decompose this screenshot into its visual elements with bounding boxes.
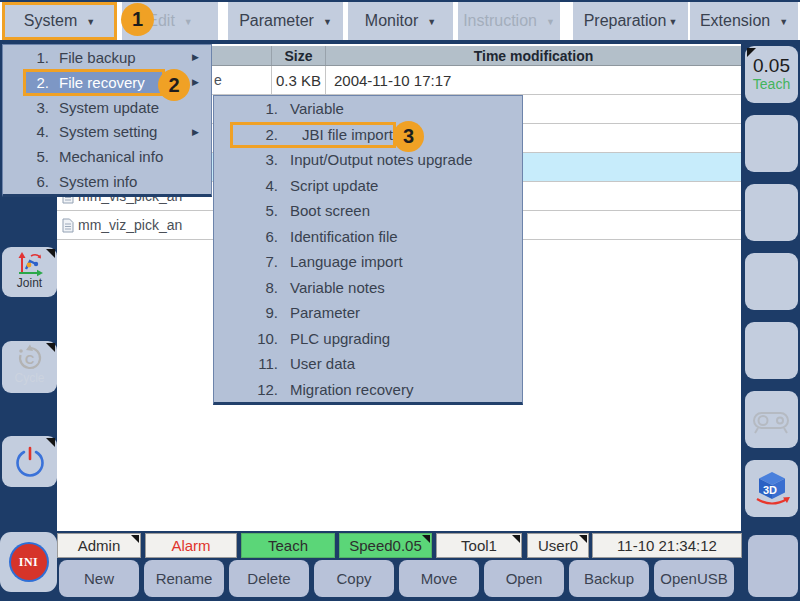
open-button[interactable]: Open (484, 560, 564, 597)
menu-instruction: Instruction ▼ (458, 2, 560, 40)
menu-system-label: System (24, 12, 77, 30)
user-coord-indicator[interactable]: User0 (527, 533, 589, 558)
3d-cube-icon: 3D (752, 469, 792, 509)
speed-mode-panel[interactable]: 0.05 Teach (745, 46, 798, 103)
menu-instruction-label: Instruction (463, 12, 537, 30)
submenu-item-jbi-file-import[interactable]: 2. JBI file import (214, 122, 522, 148)
teach-mode-label: Teach (753, 76, 790, 93)
submenu-item-parameter[interactable]: 9. Parameter (214, 300, 522, 326)
mode-indicator[interactable]: Teach (241, 533, 335, 558)
jbi-file-import-highlight: 2. JBI file import (230, 122, 396, 149)
clock-display: 11-10 21:34:12 (592, 533, 742, 558)
speed-indicator[interactable]: Speed0.05 (339, 533, 432, 558)
file-time: 2004-11-10 17:17 (326, 66, 741, 94)
openusb-button[interactable]: OpenUSB (654, 560, 734, 597)
menu-extension[interactable]: Extension ▼ (690, 2, 798, 40)
speed-value: 0.05 (753, 56, 790, 76)
step-badge-3: 3 (393, 121, 424, 152)
menu-preparation-label: Preparation (584, 12, 667, 30)
chevron-down-icon: ▼ (668, 17, 677, 27)
corner-marker-icon (422, 535, 430, 543)
menu-monitor[interactable]: Monitor ▼ (348, 2, 453, 40)
column-header-size[interactable]: Size (272, 46, 326, 65)
ini-button[interactable]: INI (0, 532, 57, 592)
menu-extension-label: Extension (700, 12, 770, 30)
chevron-down-icon: ▼ (86, 17, 95, 27)
menu-system[interactable]: System ▼ (2, 2, 117, 40)
user-level-indicator[interactable]: Admin (57, 533, 141, 558)
chevron-down-icon: ▼ (779, 17, 788, 27)
file-recovery-highlight: 2. File recovery (23, 69, 165, 96)
chevron-down-icon: ▼ (323, 17, 332, 27)
gamepad-button[interactable] (745, 391, 798, 448)
file-name-fragment: e (214, 72, 222, 88)
joint-axes-icon (15, 251, 45, 277)
chevron-down-icon: ▼ (546, 17, 555, 27)
chevron-down-icon: ▼ (184, 17, 193, 27)
submenu-item-script-update[interactable]: 4. Script update (214, 173, 522, 199)
corner-marker-icon (46, 438, 55, 447)
power-button[interactable] (2, 436, 57, 487)
svg-text:3D: 3D (763, 484, 777, 496)
corner-marker-icon (579, 535, 587, 543)
corner-marker-icon (747, 48, 756, 57)
right-panel-blank-1[interactable] (745, 115, 798, 172)
submenu-item-variable-notes[interactable]: 8. Variable notes (214, 275, 522, 301)
corner-marker-icon (131, 535, 139, 543)
cycle-icon: C (15, 344, 45, 372)
cycle-mode-button[interactable]: C Cycle (2, 341, 57, 393)
power-icon (13, 445, 47, 479)
corner-marker-icon (46, 343, 55, 352)
submenu-item-variable[interactable]: 1. Variable (214, 96, 522, 122)
submenu-item-plc-upgrading[interactable]: 10. PLC upgrading (214, 326, 522, 352)
corner-marker-icon (512, 535, 520, 543)
column-header-time[interactable]: Time modification (326, 46, 741, 65)
move-button[interactable]: Move (399, 560, 479, 597)
menu-monitor-label: Monitor (365, 12, 418, 30)
ini-icon: INI (11, 544, 47, 580)
system-dropdown-menu: 1. File backup ▶ 2. File recovery ▶ 3. S… (2, 44, 212, 197)
submenu-arrow-icon: ▶ (192, 77, 199, 87)
right-panel-blank-2[interactable] (745, 184, 798, 241)
rename-button[interactable]: Rename (144, 560, 224, 597)
right-panel-blank-3[interactable] (745, 253, 798, 310)
menu-item-mechanical-info[interactable]: 5. Mechanical info (3, 144, 211, 169)
submenu-item-migration-recovery[interactable]: 12. Migration recovery (214, 377, 522, 403)
tool-indicator[interactable]: Tool1 (436, 533, 522, 558)
menu-parameter[interactable]: Parameter ▼ (228, 2, 343, 40)
backup-button[interactable]: Backup (569, 560, 649, 597)
submenu-item-io-notes-upgrade[interactable]: 3. Input/Output notes upgrade (214, 147, 522, 173)
joint-button-label: Joint (2, 277, 57, 290)
corner-marker-icon (46, 249, 55, 258)
alarm-indicator[interactable]: Alarm (145, 533, 237, 558)
menu-item-system-setting[interactable]: 4. System setting ▶ (3, 119, 211, 144)
submenu-arrow-icon: ▶ (192, 127, 199, 137)
step-badge-1: 1 (121, 3, 154, 36)
right-panel-blank-4[interactable] (745, 322, 798, 379)
chevron-down-icon: ▼ (427, 17, 436, 27)
menu-item-file-backup[interactable]: 1. File backup ▶ (3, 45, 211, 70)
gamepad-icon (750, 405, 794, 435)
submenu-item-identification-file[interactable]: 6. Identification file (214, 224, 522, 250)
file-size: 0.3 KB (272, 66, 326, 94)
3d-view-button[interactable]: 3D (745, 460, 798, 517)
new-button[interactable]: New (59, 560, 139, 597)
file-recovery-submenu: 1. Variable 2. JBI file import 3. Input/… (213, 95, 523, 405)
step-badge-2: 2 (158, 69, 190, 101)
file-name: mm_viz_pick_an (78, 217, 182, 233)
copy-button[interactable]: Copy (314, 560, 394, 597)
delete-button[interactable]: Delete (229, 560, 309, 597)
bottom-right-blank-button[interactable] (748, 535, 798, 597)
menu-parameter-label: Parameter (239, 12, 314, 30)
submenu-item-user-data[interactable]: 11. User data (214, 351, 522, 377)
submenu-arrow-icon: ▶ (192, 52, 199, 62)
menu-preparation[interactable]: Preparation ▼ (573, 2, 688, 40)
cycle-button-label: Cycle (2, 372, 57, 385)
submenu-item-language-import[interactable]: 7. Language import (214, 249, 522, 275)
svg-text:C: C (25, 352, 35, 367)
joint-coordinate-button[interactable]: Joint (2, 247, 57, 297)
file-icon (62, 218, 74, 233)
menu-item-system-info[interactable]: 6. System info (3, 169, 211, 194)
submenu-item-boot-screen[interactable]: 5. Boot screen (214, 198, 522, 224)
